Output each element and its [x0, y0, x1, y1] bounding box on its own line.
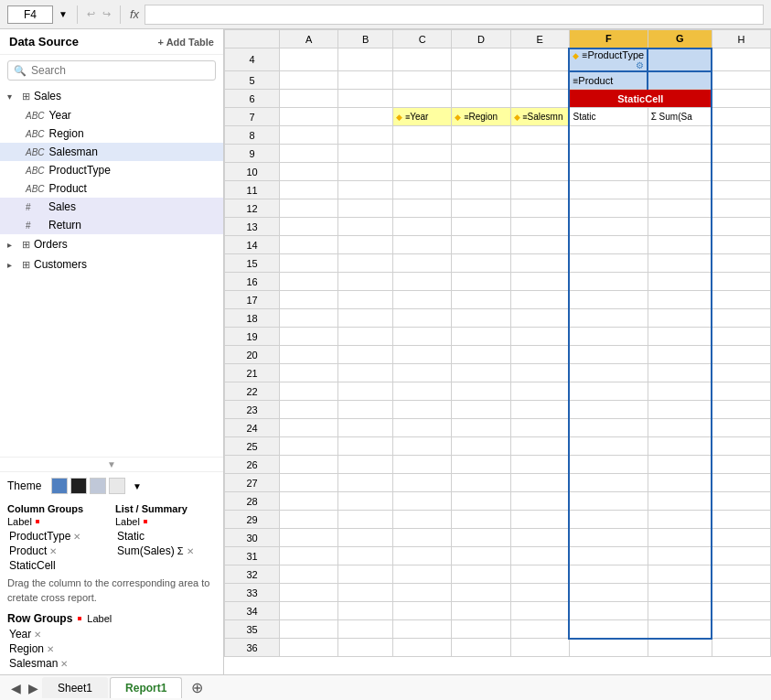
add-sheet-button[interactable]: ⊕ — [184, 679, 210, 696]
cell-G8[interactable] — [648, 126, 712, 145]
spreadsheet-area[interactable]: A B C D E F G H 4 — [224, 29, 771, 674]
row-groups-label-checkbox[interactable] — [78, 617, 81, 620]
field-year[interactable]: ABC Year — [0, 106, 223, 124]
remove-producttype-btn[interactable]: ✕ — [73, 532, 80, 542]
undo-icon[interactable]: ↩ — [87, 8, 95, 20]
col-header-H[interactable]: H — [712, 30, 770, 48]
col-header-C[interactable]: C — [393, 30, 452, 48]
cell-G7[interactable]: Σ Sum(Sa — [648, 108, 712, 126]
cell-D8[interactable] — [452, 126, 510, 145]
theme-color-2[interactable] — [70, 478, 87, 494]
field-name-sales: Sales — [48, 200, 76, 213]
theme-section: Theme ▼ — [0, 471, 223, 500]
cell-C8[interactable] — [393, 126, 452, 145]
row-num-17: 17 — [225, 291, 280, 309]
list-summary-sublabel-row: Label — [115, 516, 216, 527]
cell-H7[interactable] — [712, 108, 770, 126]
cell-F4[interactable]: ◆ ≡ProductType ⚙ — [569, 48, 648, 71]
list-summary-label-checkbox[interactable] — [144, 520, 147, 523]
cell-D5[interactable] — [452, 71, 510, 90]
cell-A7[interactable] — [280, 108, 338, 126]
field-return[interactable]: # Return — [0, 216, 223, 234]
remove-year-btn[interactable]: ✕ — [34, 630, 41, 640]
column-groups-label-checkbox[interactable] — [36, 520, 39, 523]
cell-FG6[interactable]: StaticCell — [569, 90, 712, 108]
remove-sumsales-btn[interactable]: ✕ — [187, 546, 194, 556]
cell-H8[interactable] — [712, 126, 770, 145]
cell-A5[interactable] — [280, 71, 338, 90]
cell-E7[interactable]: ◆ ≡Salesmn — [510, 108, 569, 126]
cell-E6[interactable] — [510, 90, 569, 108]
cell-A8[interactable] — [280, 126, 338, 145]
cell-B4[interactable] — [338, 48, 393, 71]
toolbar-separator-2 — [120, 5, 121, 24]
cell-C6[interactable] — [393, 90, 452, 108]
remove-product-btn[interactable]: ✕ — [49, 546, 57, 556]
theme-color-3[interactable] — [90, 478, 106, 494]
table-row: 15 — [225, 254, 771, 273]
remove-region-btn[interactable]: ✕ — [47, 644, 54, 654]
cell-C5[interactable] — [393, 71, 452, 90]
fx-button[interactable]: fx — [130, 7, 139, 21]
tree-group-orders-header[interactable]: ▸ ⊞ Orders — [0, 234, 223, 254]
tab-report1[interactable]: Report1 — [110, 677, 182, 698]
cell-E8[interactable] — [510, 126, 569, 145]
col-header-B[interactable]: B — [338, 30, 393, 48]
tree-group-sales-header[interactable]: ▾ ⊞ Sales — [0, 86, 223, 106]
field-salesman[interactable]: ABC Salesman — [0, 143, 223, 161]
cell-D7[interactable]: ◆ ≡Region — [452, 108, 510, 126]
sheet-nav-next[interactable]: ▶ — [25, 681, 42, 695]
cell-H4[interactable] — [712, 48, 770, 71]
table-row: 28 — [225, 492, 771, 511]
list-summary-panel: List / Summary Label Static Sum(Sales) Σ — [115, 503, 216, 573]
redo-icon[interactable]: ↪ — [102, 8, 111, 20]
remove-salesman-btn[interactable]: ✕ — [60, 659, 68, 669]
field-product[interactable]: ABC Product — [0, 179, 223, 198]
formula-input[interactable] — [145, 5, 764, 25]
theme-color-1[interactable] — [51, 478, 68, 494]
chevron-right-icon: ▸ — [7, 260, 18, 270]
col-header-A[interactable]: A — [280, 30, 338, 48]
cell-reference-box[interactable]: F4 — [7, 5, 53, 24]
theme-color-4[interactable] — [109, 478, 125, 494]
cell-D4[interactable] — [452, 48, 510, 71]
cell-A6[interactable] — [280, 90, 338, 108]
cell-F5[interactable]: ≡Product — [569, 71, 648, 90]
cell-F8[interactable] — [569, 126, 648, 145]
data-source-tree: ▾ ⊞ Sales ABC Year ABC Region ABC S — [0, 86, 223, 457]
col-group-name-producttype: ProductType — [9, 530, 70, 543]
cell-B7[interactable] — [338, 108, 393, 126]
cell-G4[interactable] — [648, 48, 712, 71]
col-header-D[interactable]: D — [452, 30, 510, 48]
gear-icon-F4[interactable]: ⚙ — [636, 60, 644, 70]
col-header-G[interactable]: G — [648, 30, 712, 48]
cell-E5[interactable] — [510, 71, 569, 90]
table-row: 16 — [225, 273, 771, 291]
field-sales[interactable]: # Sales — [0, 198, 223, 216]
row-num-6: 6 — [225, 90, 280, 108]
sheet-nav-prev[interactable]: ◀ — [7, 681, 25, 695]
cell-E4[interactable] — [510, 48, 569, 71]
cell-ref-dropdown[interactable]: ▼ — [59, 9, 68, 19]
cell-B8[interactable] — [338, 126, 393, 145]
cell-A4[interactable] — [280, 48, 338, 71]
theme-dropdown-arrow[interactable]: ▼ — [133, 481, 142, 491]
cell-H6[interactable] — [712, 90, 770, 108]
cell-B6[interactable] — [338, 90, 393, 108]
search-input[interactable] — [31, 64, 209, 77]
cell-H5[interactable] — [712, 71, 770, 90]
cell-C4[interactable] — [393, 48, 452, 71]
col-header-F[interactable]: F — [569, 30, 648, 48]
tab-sheet1[interactable]: Sheet1 — [42, 677, 108, 698]
scroll-down-icon[interactable]: ▼ — [107, 459, 116, 469]
cell-D6[interactable] — [452, 90, 510, 108]
cell-F7[interactable]: Static — [569, 108, 648, 126]
tree-group-customers-header[interactable]: ▸ ⊞ Customers — [0, 254, 223, 275]
field-producttype[interactable]: ABC ProductType — [0, 161, 223, 179]
field-region[interactable]: ABC Region — [0, 124, 223, 143]
col-header-E[interactable]: E — [510, 30, 569, 48]
cell-C7[interactable]: ◆ ≡Year — [393, 108, 452, 126]
add-table-button[interactable]: + Add Table — [158, 37, 214, 48]
cell-G5[interactable] — [648, 71, 712, 90]
cell-B5[interactable] — [338, 71, 393, 90]
